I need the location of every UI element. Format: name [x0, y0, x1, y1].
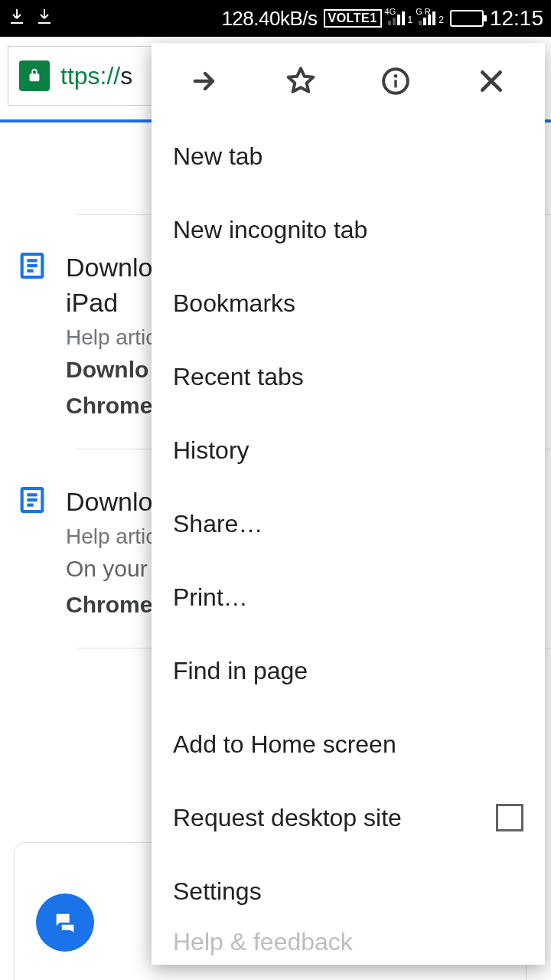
- menu-item-label: Bookmarks: [173, 289, 295, 318]
- signal-1-icon: 4G 1: [388, 11, 413, 25]
- result-line: Downlo: [66, 353, 156, 387]
- document-icon: [17, 485, 47, 622]
- overflow-menu: New tab New incognito tab Bookmarks Rece…: [152, 43, 545, 965]
- result-title: Downlo: [66, 250, 156, 286]
- checkbox-empty-icon[interactable]: [496, 804, 523, 831]
- svg-point-9: [394, 74, 398, 78]
- close-menu-button[interactable]: [470, 60, 513, 103]
- menu-recent-tabs[interactable]: Recent tabs: [152, 340, 545, 413]
- menu-item-label: Settings: [173, 877, 262, 906]
- menu-item-label: Help & feedback: [173, 928, 353, 956]
- download-icon: [8, 7, 26, 30]
- forward-button[interactable]: [184, 60, 227, 103]
- clock: 12:15: [490, 6, 543, 31]
- menu-item-label: Add to Home screen: [173, 730, 396, 759]
- battery-icon: [450, 10, 484, 27]
- menu-item-label: New incognito tab: [173, 216, 367, 244]
- status-right: 128.40kB/s VOLTE1 4G 1 G R 2 12:15: [221, 6, 543, 31]
- result-line: Chrome: [66, 588, 156, 622]
- menu-item-label: Request desktop site: [173, 804, 402, 832]
- url-scheme: ttps://: [60, 62, 120, 90]
- menu-bookmarks[interactable]: Bookmarks: [152, 266, 545, 340]
- bookmark-star-button[interactable]: [279, 60, 322, 103]
- menu-help-feedback[interactable]: Help & feedback: [152, 928, 545, 965]
- status-left: [8, 7, 54, 30]
- result-line: Chrome: [66, 389, 156, 423]
- forum-icon: [36, 893, 94, 952]
- menu-icon-row: [152, 43, 545, 119]
- url-rest: s: [120, 62, 132, 90]
- menu-new-incognito[interactable]: New incognito tab: [152, 193, 545, 266]
- download-icon: [35, 7, 54, 30]
- menu-item-label: Find in page: [173, 657, 308, 685]
- volte-badge: VOLTE1: [324, 9, 382, 28]
- menu-find-in-page[interactable]: Find in page: [152, 634, 545, 707]
- result-text: Downlo iPad Help artic Downlo Chrome: [66, 250, 156, 423]
- menu-item-label: Recent tabs: [173, 363, 304, 391]
- menu-share[interactable]: Share…: [152, 487, 545, 560]
- result-sub: Help artic: [66, 325, 156, 350]
- result-text: Downlo Help artic On your Chrome: [66, 485, 156, 622]
- result-line: On your: [66, 552, 156, 586]
- info-button[interactable]: [374, 60, 417, 103]
- menu-request-desktop[interactable]: Request desktop site: [152, 781, 545, 854]
- svg-rect-10: [395, 80, 397, 87]
- menu-item-label: History: [173, 436, 249, 465]
- lock-icon: [19, 60, 50, 91]
- menu-item-label: Print…: [173, 583, 248, 612]
- signal-2-icon: G R 2: [419, 11, 444, 25]
- document-icon: [17, 250, 47, 423]
- menu-item-label: New tab: [173, 142, 262, 171]
- menu-history[interactable]: History: [152, 413, 545, 487]
- status-bar: 128.40kB/s VOLTE1 4G 1 G R 2 12:15: [0, 0, 551, 37]
- menu-new-tab[interactable]: New tab: [152, 119, 545, 193]
- network-speed: 128.40kB/s: [221, 7, 317, 31]
- menu-settings[interactable]: Settings: [152, 854, 545, 928]
- menu-print[interactable]: Print…: [152, 560, 545, 634]
- menu-add-to-home[interactable]: Add to Home screen: [152, 707, 545, 781]
- result-title-2: iPad: [66, 286, 156, 321]
- menu-item-label: Share…: [173, 510, 262, 538]
- result-sub: Help artic: [66, 524, 156, 549]
- result-title: Downlo: [66, 485, 156, 520]
